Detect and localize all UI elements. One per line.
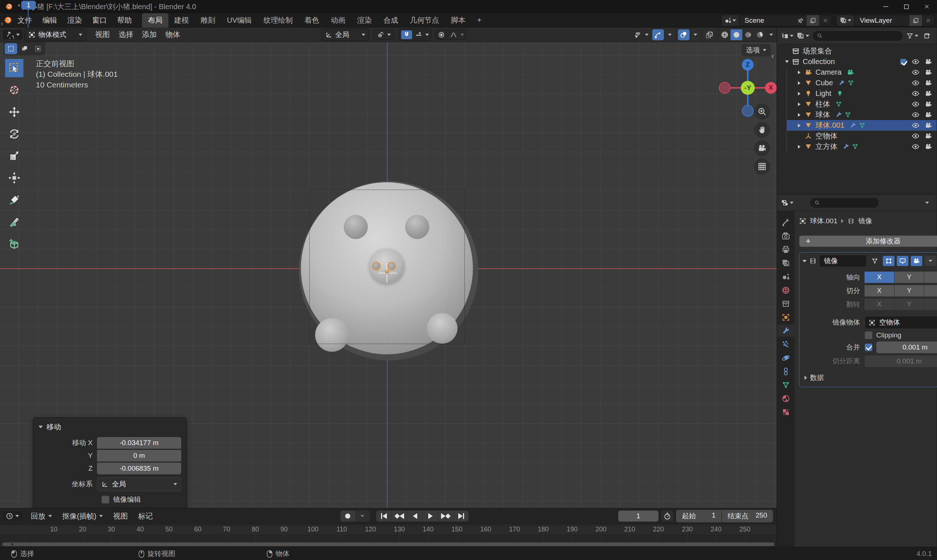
disable-in-render-icon[interactable] [925, 143, 932, 151]
collection-row[interactable]: Collection [777, 56, 937, 67]
tab-render[interactable] [777, 230, 795, 242]
disable-in-render-icon[interactable] [925, 100, 932, 108]
tool-measure[interactable] [5, 213, 23, 231]
workspace-tab-geometry-nodes[interactable]: 几何节点 [404, 13, 445, 28]
scene-collection-row[interactable]: 场景集合 [777, 46, 937, 56]
menu-view[interactable]: 视图 [91, 28, 114, 41]
outliner-filter-button[interactable] [906, 32, 919, 40]
timeline-expand-arrow[interactable]: › [1, 20, 3, 28]
modifier-name-field[interactable]: 镜像 [819, 255, 867, 267]
scene-name[interactable]: Scene [739, 17, 794, 25]
scene-icon[interactable] [722, 15, 739, 26]
timeline-menu-marker[interactable]: 标记 [133, 509, 158, 523]
workspace-tab-sculpting[interactable]: 雕刻 [195, 13, 221, 28]
jump-to-end-button[interactable] [453, 511, 469, 522]
translate-value-field[interactable]: -0.006835 m [97, 463, 181, 474]
outliner-row[interactable]: Light [787, 88, 937, 99]
render-display-toggle[interactable] [911, 256, 922, 266]
tab-object[interactable] [777, 311, 795, 323]
outliner-search[interactable] [812, 31, 903, 42]
tool-transform[interactable] [5, 169, 23, 187]
tab-modifiers[interactable] [777, 325, 795, 337]
frame-start-field[interactable]: 起始1 [676, 510, 722, 522]
shading-material-preview-button[interactable] [742, 29, 754, 40]
outliner-row[interactable]: 立方体 [787, 141, 937, 152]
tab-material[interactable] [777, 392, 795, 405]
disable-in-render-icon[interactable] [925, 79, 932, 87]
properties-search-input[interactable] [823, 199, 874, 206]
tab-collection[interactable] [777, 298, 795, 310]
outliner-row[interactable]: 球体 [787, 109, 937, 120]
disable-in-render-icon[interactable] [925, 58, 932, 66]
workspace-tab-scripting[interactable]: 脚本 [445, 13, 471, 28]
tool-cursor[interactable] [5, 81, 23, 99]
edit-mode-display-toggle[interactable] [883, 256, 894, 266]
tool-move[interactable] [5, 103, 23, 121]
menu-render[interactable]: 渲染 [62, 14, 87, 27]
toggle-orthographic-button[interactable] [754, 158, 770, 175]
maximize-button[interactable] [896, 0, 917, 13]
hide-in-viewport-icon[interactable] [912, 143, 919, 151]
select-subtract-mode-button[interactable] [32, 43, 44, 54]
shading-solid-button[interactable] [731, 29, 742, 40]
workspace-tab-layout[interactable]: 布局 [142, 13, 168, 28]
xray-toggle[interactable] [703, 29, 715, 40]
tab-object-data[interactable] [777, 379, 795, 391]
pivot-point-dropdown[interactable] [373, 30, 395, 40]
hide-in-viewport-icon[interactable] [912, 122, 919, 129]
copy-scene-icon[interactable] [807, 15, 819, 26]
flip-toggle[interactable]: Z [924, 298, 937, 310]
menu-file[interactable]: 文件 [12, 14, 37, 27]
3d-viewport[interactable]: 正交前视图 (1) Collection | 球体.001 10 Centime… [0, 42, 777, 508]
menu-help[interactable]: 帮助 [112, 14, 137, 27]
tab-constraints[interactable] [777, 365, 795, 377]
workspace-tab-rendering[interactable]: 渲染 [351, 13, 378, 28]
bisect-toggle[interactable]: Z [924, 285, 937, 297]
timeline-track[interactable] [0, 534, 777, 542]
properties-search[interactable] [809, 197, 879, 208]
tool-select-box[interactable] [5, 59, 23, 77]
viewlayer-name[interactable]: ViewLayer [855, 17, 909, 25]
bisect-distance-field[interactable]: 0.001 m [865, 355, 937, 367]
camera-view-button[interactable] [754, 140, 770, 156]
tool-annotate[interactable] [5, 191, 23, 209]
unlink-scene-icon[interactable] [819, 15, 832, 26]
disable-in-render-icon[interactable] [925, 68, 932, 76]
axis-toggle[interactable]: Y [894, 272, 924, 283]
workspace-tab-texture-paint[interactable]: 纹理绘制 [258, 13, 298, 28]
close-button[interactable] [917, 0, 937, 13]
properties-options-dropdown[interactable] [921, 197, 933, 208]
orientation-select[interactable]: 全局 [97, 477, 181, 491]
new-collection-button[interactable] [921, 31, 933, 42]
on-cage-toggle[interactable] [869, 256, 881, 266]
hide-in-viewport-icon[interactable] [912, 90, 919, 97]
outliner-row[interactable]: 空物体 [787, 131, 937, 141]
outliner-editor-type-button[interactable] [781, 32, 794, 40]
menu-add[interactable]: 添加 [138, 28, 161, 41]
shading-dropdown[interactable] [769, 34, 773, 36]
outliner-row[interactable]: Camera [787, 67, 937, 78]
pan-button[interactable] [754, 122, 770, 138]
disable-in-render-icon[interactable] [925, 122, 932, 129]
auto-keying-toggle[interactable] [340, 511, 355, 522]
workspace-tab-shading[interactable]: 着色 [298, 13, 325, 28]
expand-arrow[interactable] [794, 103, 804, 106]
tab-physics[interactable] [777, 352, 795, 364]
data-section-toggle[interactable]: 数据 [799, 369, 937, 385]
menu-select[interactable]: 选择 [114, 28, 138, 41]
gizmos-dropdown[interactable] [665, 29, 674, 40]
overlays-dropdown[interactable] [691, 29, 700, 40]
current-frame-field[interactable]: 1 [618, 511, 659, 522]
workspace-tab-animation[interactable]: 动画 [325, 13, 351, 28]
minimize-button[interactable] [875, 0, 896, 13]
axis-toggle[interactable]: Z [924, 272, 937, 283]
axis-toggle[interactable]: X [865, 272, 894, 283]
play-button[interactable] [422, 511, 438, 522]
outliner-display-mode-button[interactable] [797, 32, 809, 40]
outliner-row[interactable]: Cube [787, 78, 937, 88]
outliner-row[interactable]: 柱体 [787, 99, 937, 109]
select-set-mode-button[interactable] [5, 43, 17, 54]
timeline-editor-type-button[interactable] [3, 511, 22, 521]
add-modifier-button[interactable]: + 添加修改器 [799, 235, 937, 247]
tab-world[interactable] [777, 284, 795, 296]
